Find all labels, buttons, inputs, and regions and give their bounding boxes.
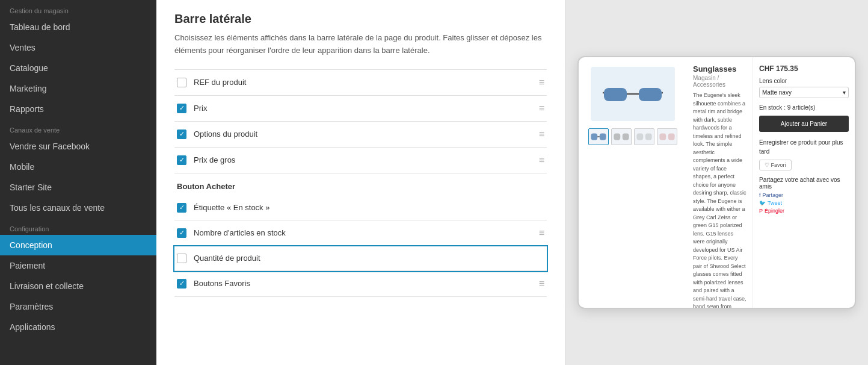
thumbnail-row <box>588 128 677 145</box>
share-pin-label: Épingler <box>765 208 784 214</box>
drag-handle-options[interactable]: ≡ <box>539 129 544 140</box>
drag-handle-gros[interactable]: ≡ <box>539 155 544 166</box>
checkbox-ref[interactable] <box>177 78 186 87</box>
list-item-quantite: Quantité de produit <box>174 246 547 271</box>
sidebar-item-catalogue[interactable]: Catalogue <box>0 58 156 78</box>
sidebar-item-marketing[interactable]: Marketing <box>0 78 156 99</box>
share-facebook-button[interactable]: f Partager <box>759 192 849 198</box>
drag-handle-nombre[interactable]: ≡ <box>539 228 544 239</box>
twitter-icon: 🐦 <box>759 200 766 206</box>
sidebar-item-tous[interactable]: Tous les canaux de vente <box>0 198 156 218</box>
in-stock-text: En stock : 9 article(s) <box>759 104 849 111</box>
share-title: Partagez votre achat avec vos amis <box>759 176 849 190</box>
svg-rect-13 <box>668 134 675 140</box>
svg-rect-8 <box>614 134 620 140</box>
checkbox-en-stock[interactable] <box>177 203 186 213</box>
svg-rect-10 <box>636 134 643 140</box>
lens-color-label: Lens color <box>759 78 849 84</box>
sidebar-canaux-label: Canaux de vente <box>0 119 156 136</box>
label-prix: Prix <box>194 104 207 113</box>
main-content: Barre latérale Choisissez les éléments a… <box>156 0 868 365</box>
share-tw-label: Tweet <box>768 200 782 206</box>
svg-rect-11 <box>645 134 652 140</box>
sidebar-item-tableau[interactable]: Tableau de bord <box>0 17 156 37</box>
list-item-prix: Prix ≡ <box>174 96 547 122</box>
product-info-col: Sunglasses Magasin / Accessories The Eug… <box>687 57 753 308</box>
list-item-favoris: Boutons Favoris ≡ <box>174 271 547 297</box>
chevron-down-icon: ▾ <box>843 89 846 96</box>
thumb-3[interactable] <box>634 128 654 145</box>
label-nombre: Nombre d'articles en stock <box>194 228 286 237</box>
label-favoris: Boutons Favoris <box>194 279 250 288</box>
label-en-stock: Étiquette « En stock » <box>194 203 269 212</box>
svg-rect-6 <box>600 134 606 140</box>
sidebar-item-applications[interactable]: Applications <box>0 317 156 337</box>
thumb-1[interactable] <box>588 128 609 145</box>
product-images-col <box>579 57 687 308</box>
share-buttons: f Partager 🐦 Tweet P Épingler <box>759 192 849 214</box>
checkbox-gros[interactable] <box>177 155 186 165</box>
sidebar-config-label: Configuration <box>0 218 156 235</box>
share-pinterest-button[interactable]: P Épingler <box>759 208 849 214</box>
tablet-frame: Sunglasses Magasin / Accessories The Eug… <box>577 56 856 309</box>
sidebar: Gestion du magasin Tableau de bord Vente… <box>0 0 156 365</box>
checkbox-prix[interactable] <box>177 104 186 113</box>
drag-handle-ref[interactable]: ≡ <box>539 77 544 88</box>
svg-rect-12 <box>659 134 666 140</box>
sidebar-item-starter[interactable]: Starter Site <box>0 177 156 198</box>
label-ref: REF du produit <box>194 78 246 87</box>
list-item-gros: Prix de gros ≡ <box>174 148 547 173</box>
list-item-options: Options du produit ≡ <box>174 122 547 148</box>
drag-handle-prix[interactable]: ≡ <box>539 103 544 114</box>
favori-button[interactable]: ♡ Favori <box>759 160 792 170</box>
save-later-text: Enregistrer ce produit pour plus tard <box>759 138 849 156</box>
section-description: Choisissez les éléments affichés dans la… <box>174 32 547 57</box>
sidebar-item-ventes[interactable]: Ventes <box>0 37 156 58</box>
sidebar-item-rapports[interactable]: Rapports <box>0 99 156 119</box>
list-item-nombre: Nombre d'articles en stock ≡ <box>174 220 547 246</box>
sidebar-item-paiement[interactable]: Paiement <box>0 255 156 276</box>
pinterest-icon: P <box>759 208 763 214</box>
sidebar-item-livraison[interactable]: Livraison et collecte <box>0 276 156 296</box>
sidebar-item-mobile[interactable]: Mobile <box>0 157 156 177</box>
sidebar-item-conception[interactable]: Conception <box>0 235 156 255</box>
label-options: Options du produit <box>194 129 257 139</box>
product-right-col: CHF 175.35 Lens color Matte navy ▾ En st… <box>753 57 855 308</box>
checkbox-options[interactable] <box>177 129 186 139</box>
thumb-2[interactable] <box>611 128 632 145</box>
preview-panel: Sunglasses Magasin / Accessories The Eug… <box>565 0 868 365</box>
tablet-content: Sunglasses Magasin / Accessories The Eug… <box>579 57 855 308</box>
sidebar-item-facebook[interactable]: Vendre sur Facebook <box>0 136 156 157</box>
facebook-icon: f <box>759 192 761 198</box>
lens-color-value: Matte navy <box>762 89 792 96</box>
section-title: Barre latérale <box>174 12 547 26</box>
svg-rect-1 <box>639 88 662 101</box>
product-breadcrumb: Magasin / Accessories <box>693 75 746 88</box>
sidebar-gestion-label: Gestion du magasin <box>0 0 156 17</box>
checkbox-nombre[interactable] <box>177 228 186 238</box>
subsection-bouton-acheter: Bouton Acheter <box>174 173 547 196</box>
sidebar-item-parametres[interactable]: Paramètres <box>0 296 156 317</box>
list-item-en-stock: Étiquette « En stock » <box>174 196 547 220</box>
settings-panel: Barre latérale Choisissez les éléments a… <box>156 0 565 365</box>
product-title: Sunglasses <box>693 64 746 73</box>
sidebar-items-list: REF du produit ≡ Prix ≡ Options du produ… <box>174 69 547 297</box>
add-to-cart-button[interactable]: Ajouter au Panier <box>759 116 849 132</box>
share-fb-label: Partager <box>763 192 784 198</box>
label-gros: Prix de gros <box>194 155 235 164</box>
checkbox-quantite[interactable] <box>177 254 186 263</box>
label-quantite: Quantité de produit <box>194 254 260 263</box>
list-item-ref: REF du produit ≡ <box>174 70 547 96</box>
svg-rect-9 <box>623 134 629 140</box>
thumb-4[interactable] <box>657 128 677 145</box>
svg-rect-0 <box>604 88 627 101</box>
lens-color-select[interactable]: Matte navy ▾ <box>759 87 849 98</box>
share-twitter-button[interactable]: 🐦 Tweet <box>759 200 849 206</box>
checkbox-favoris[interactable] <box>177 279 186 289</box>
svg-rect-5 <box>591 134 597 140</box>
drag-handle-favoris[interactable]: ≡ <box>539 278 544 289</box>
product-description: The Eugene's sleek silhouette combines a… <box>693 92 746 308</box>
product-price: CHF 175.35 <box>759 64 849 73</box>
main-product-image <box>591 67 675 121</box>
